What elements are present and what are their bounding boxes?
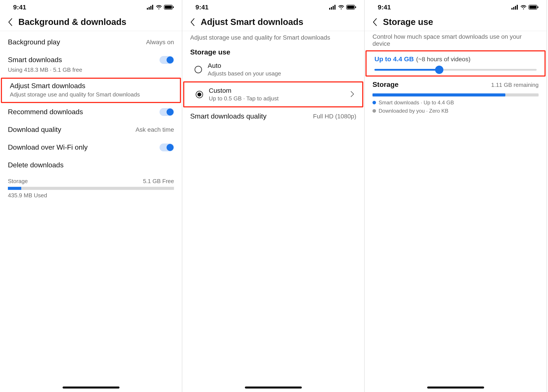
row-smart-downloads[interactable]: Smart downloads: [0, 51, 182, 65]
page-subtitle: Control how much space smart downloads u…: [365, 33, 547, 50]
row-value: Ask each time: [135, 126, 174, 133]
row-subtitle: Using 418.3 MB · 5.1 GB free: [8, 67, 174, 73]
slider-fill: [374, 69, 439, 71]
svg-rect-1: [149, 7, 150, 10]
legend-downloaded-by-you: Downloaded by you · Zero KB: [365, 108, 547, 116]
battery-icon: [528, 5, 539, 10]
legend-dot-icon: [372, 109, 376, 113]
legend-smart-downloads: Smart downloads · Up to 4.4 GB: [365, 97, 547, 108]
svg-rect-16: [515, 6, 516, 10]
page-title: Adjust Smart downloads: [201, 17, 303, 27]
storage-bar: [372, 93, 539, 97]
storage-free: 5.1 GB Free: [143, 178, 174, 185]
nav-header: Storage use: [365, 13, 547, 31]
svg-rect-19: [529, 6, 536, 9]
toggle-smart-downloads[interactable]: [160, 56, 174, 64]
home-indicator[interactable]: [63, 386, 120, 389]
svg-rect-2: [150, 6, 151, 10]
wifi-icon: [520, 5, 527, 10]
legend-dot-icon: [372, 101, 376, 104]
row-title: Download over Wi-Fi only: [8, 143, 156, 151]
status-icons: [147, 5, 174, 10]
screen-adjust-smart-downloads: 9:41 Adjust Smart downloads Adjust stora…: [182, 0, 365, 392]
option-auto[interactable]: Auto Adjusts based on your usage: [182, 57, 364, 81]
svg-rect-15: [513, 7, 514, 10]
cellular-icon: [512, 5, 519, 10]
storage-summary: Storage 5.1 GB Free 435.9 MB Used: [0, 174, 182, 203]
legend-text: Smart downloads · Up to 4.4 GB: [379, 99, 454, 106]
content: Control how much space smart downloads u…: [365, 31, 547, 392]
svg-rect-7: [329, 8, 330, 10]
svg-rect-3: [152, 5, 153, 10]
storage-label: Storage: [372, 81, 399, 89]
svg-rect-5: [165, 6, 172, 9]
chevron-right-icon: [350, 91, 354, 98]
row-title: Recommend downloads: [8, 108, 156, 116]
nav-header: Adjust Smart downloads: [182, 13, 364, 31]
wifi-icon: [156, 5, 162, 10]
option-subtitle: Up to 0.5 GB · Tap to adjust: [209, 95, 279, 102]
page-title: Background & downloads: [18, 17, 126, 27]
cellular-icon: [147, 5, 154, 10]
row-title: Smart downloads: [8, 56, 156, 64]
option-title: Custom: [209, 87, 279, 94]
status-bar: 9:41: [0, 0, 182, 13]
option-title: Auto: [208, 62, 281, 69]
home-indicator[interactable]: [245, 386, 302, 389]
status-time: 9:41: [378, 3, 391, 11]
svg-rect-12: [347, 6, 354, 9]
home-indicator[interactable]: [427, 386, 484, 389]
row-wifi-only[interactable]: Download over Wi-Fi only: [0, 139, 182, 156]
toggle-wifi-only[interactable]: [160, 143, 174, 151]
radio-icon[interactable]: [196, 91, 203, 98]
row-title: Adjust Smart downloads: [10, 82, 172, 90]
status-bar: 9:41: [182, 0, 364, 13]
status-bar: 9:41: [365, 0, 547, 13]
storage-used-caption: 435.9 MB Used: [8, 192, 174, 199]
row-title: Download quality: [8, 126, 132, 134]
storage-label: Storage: [8, 178, 28, 185]
page-subtitle: Adjust storage use and quality for Smart…: [182, 33, 364, 44]
storage-used-fill: [372, 93, 505, 97]
svg-rect-9: [333, 6, 334, 10]
nav-header: Background & downloads: [0, 13, 182, 31]
status-time: 9:41: [13, 3, 26, 11]
storage-slider-block: Up to 4.4 GB (~8 hours of videos): [365, 50, 546, 77]
status-time: 9:41: [195, 3, 209, 11]
row-title: Background play: [8, 38, 142, 46]
page-title: Storage use: [383, 17, 433, 27]
option-custom[interactable]: Custom Up to 0.5 GB · Tap to adjust: [183, 81, 363, 107]
row-delete-downloads[interactable]: Delete downloads: [0, 156, 182, 174]
svg-rect-14: [512, 8, 512, 10]
svg-rect-13: [355, 6, 356, 8]
svg-rect-0: [147, 8, 148, 10]
row-subtitle: Adjust storage use and quality for Smart…: [10, 91, 172, 98]
svg-rect-10: [334, 5, 335, 10]
svg-rect-20: [538, 6, 538, 8]
content: Adjust storage use and quality for Smart…: [182, 31, 364, 392]
battery-icon: [164, 5, 174, 10]
radio-icon[interactable]: [195, 66, 202, 73]
row-value: Always on: [146, 39, 174, 46]
slider-hint: (~8 hours of videos): [416, 56, 470, 63]
back-button[interactable]: [189, 18, 196, 26]
back-button[interactable]: [7, 18, 14, 26]
option-subtitle: Adjusts based on your usage: [208, 70, 281, 77]
row-adjust-smart-downloads[interactable]: Adjust Smart downloads Adjust storage us…: [1, 78, 181, 103]
svg-rect-8: [331, 7, 332, 10]
storage-header: Storage 1.11 GB remaining: [365, 77, 547, 90]
row-background-play[interactable]: Background play Always on: [0, 33, 182, 51]
row-download-quality[interactable]: Download quality Ask each time: [0, 121, 182, 139]
section-storage-use: Storage use: [182, 44, 364, 57]
storage-slider[interactable]: [374, 69, 537, 71]
screen-storage-use: 9:41 Storage use Control how much space …: [365, 0, 547, 392]
slider-thumb[interactable]: [435, 66, 443, 74]
back-button[interactable]: [371, 18, 379, 26]
storage-bar: [8, 187, 174, 190]
row-value: Full HD (1080p): [313, 113, 356, 120]
svg-rect-6: [173, 6, 174, 8]
row-smart-downloads-quality[interactable]: Smart downloads quality Full HD (1080p): [182, 107, 364, 125]
row-title: Delete downloads: [8, 161, 174, 169]
toggle-recommend-downloads[interactable]: [160, 108, 174, 116]
row-recommend-downloads[interactable]: Recommend downloads: [0, 103, 182, 121]
